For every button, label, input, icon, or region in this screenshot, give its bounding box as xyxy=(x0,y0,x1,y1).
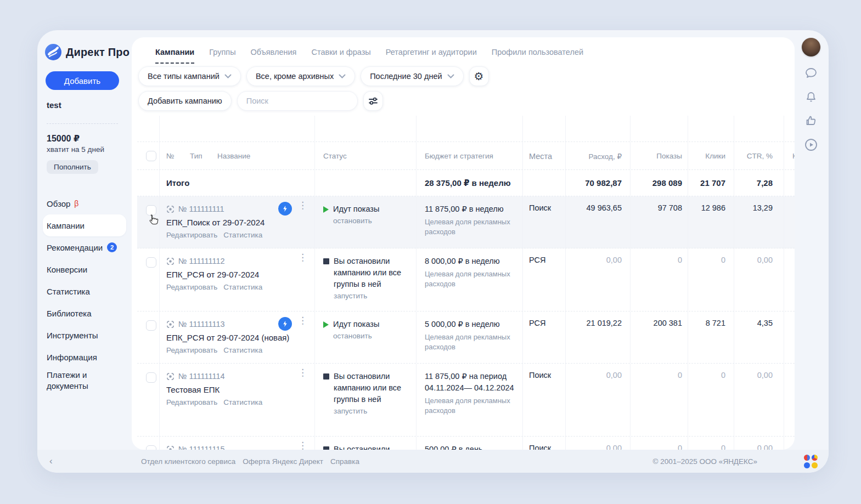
campaign-type-icon xyxy=(166,372,175,381)
col-header-number[interactable]: № xyxy=(166,152,174,160)
sidebar-item-label: Инструменты xyxy=(47,331,98,340)
sidebar-item-6[interactable]: Инструменты xyxy=(37,324,132,346)
statistics-link[interactable]: Статистика xyxy=(223,231,262,239)
places-value: Поиск xyxy=(522,196,565,248)
col-header-ctr[interactable]: CTR, % xyxy=(734,142,784,169)
row-menu-button[interactable]: ⋮ xyxy=(298,253,306,262)
filter-options-button[interactable] xyxy=(363,91,383,111)
sidebar-item-0[interactable]: Обзорβ xyxy=(37,192,132,214)
row-menu-button[interactable]: ⋮ xyxy=(298,316,306,325)
sidebar-item-1[interactable]: Кампании xyxy=(43,214,126,236)
actions-row: Добавить кампанию xyxy=(138,91,383,111)
sidebar-item-7[interactable]: Информация xyxy=(37,346,132,368)
sidebar-item-4[interactable]: Статистика xyxy=(37,280,132,302)
campaign-name[interactable]: ЕПК_РСЯ от 29-07-2024 (новая) xyxy=(166,332,308,343)
totals-cost: 70 982,87 xyxy=(565,170,630,196)
tab-4[interactable]: Ретаргетинг и аудитории xyxy=(386,48,477,64)
tab-3[interactable]: Ставки и фразы xyxy=(311,48,370,64)
autopilot-badge[interactable] xyxy=(278,202,292,216)
statistics-link[interactable]: Статистика xyxy=(223,283,262,291)
video-help-button[interactable] xyxy=(802,136,820,154)
shows-value: 0 xyxy=(630,248,688,311)
cost-value: 21 019,22 xyxy=(565,312,630,363)
col-header-shows[interactable]: Показы xyxy=(630,142,688,169)
date-range-filter[interactable]: Последние 30 дней xyxy=(361,66,463,86)
ctr-value: 4,35 xyxy=(734,312,784,363)
table-row: № 111111112 ЕПК_РСЯ от 29-07-2024 Редакт… xyxy=(137,248,795,312)
archive-filter[interactable]: Все, кроме архивных xyxy=(246,66,355,86)
add-campaign-button[interactable]: Добавить кампанию xyxy=(138,91,232,111)
footer-link-1[interactable]: Оферта Яндекс Директ xyxy=(243,457,323,466)
cost-value: 49 963,65 xyxy=(565,196,630,248)
autopilot-badge[interactable] xyxy=(278,317,292,331)
shows-value: 0 xyxy=(630,364,688,436)
sidebar-item-label: Обзор xyxy=(47,199,70,208)
col-header-conversions[interactable]: Конверсии xyxy=(784,142,795,169)
campaign-name[interactable]: ЕПК_РСЯ от 29-07-2024 xyxy=(166,269,308,280)
sidebar-item-5[interactable]: Библиотека xyxy=(37,302,132,324)
statistics-link[interactable]: Статистика xyxy=(223,398,262,406)
sidebar-item-3[interactable]: Конверсии xyxy=(37,258,132,280)
sidebar-menu: ОбзорβКампанииРекомендации2КонверсииСтат… xyxy=(37,192,132,397)
col-header-cost[interactable]: Расход, ₽ xyxy=(565,142,630,169)
footer-link-0[interactable]: Отдел клиентского сервиса xyxy=(141,457,235,466)
statistics-link[interactable]: Статистика xyxy=(223,346,262,354)
feedback-button[interactable] xyxy=(802,112,820,129)
col-header-places[interactable]: Места xyxy=(522,142,565,169)
edit-link[interactable]: Редактировать xyxy=(166,346,217,354)
col-header-clicks[interactable]: Клики xyxy=(688,142,734,169)
sidebar-item-2[interactable]: Рекомендации2 xyxy=(37,236,132,258)
row-checkbox[interactable] xyxy=(146,372,156,383)
conversions-value xyxy=(784,196,795,248)
row-menu-button[interactable]: ⋮ xyxy=(298,441,306,450)
status-action-link[interactable]: остановить xyxy=(333,332,379,340)
row-menu-button[interactable]: ⋮ xyxy=(298,201,306,210)
places-value: Поиск xyxy=(522,437,565,450)
tab-0[interactable]: Кампании xyxy=(155,48,194,64)
account-name: test xyxy=(47,100,61,110)
row-checkbox[interactable] xyxy=(146,257,156,268)
row-menu-button[interactable]: ⋮ xyxy=(298,368,306,377)
totals-clicks: 21 707 xyxy=(688,170,734,196)
campaign-number: № 111111115 xyxy=(178,445,225,450)
col-header-type[interactable]: Тип xyxy=(190,152,202,160)
campaign-type-filter[interactable]: Все типы кампаний xyxy=(138,66,241,86)
status-action-link[interactable]: запустить xyxy=(334,407,410,415)
campaign-name[interactable]: Тестовая ЕПК xyxy=(166,384,308,395)
select-all-checkbox[interactable] xyxy=(146,151,156,161)
campaign-number: № 111111114 xyxy=(178,372,225,381)
topup-button[interactable]: Пополнить xyxy=(47,160,98,174)
col-header-budget[interactable]: Бюджет и стратегия xyxy=(416,142,522,169)
conversions-value xyxy=(784,364,795,436)
chat-button[interactable] xyxy=(802,64,820,82)
campaign-name[interactable]: ЕПК_Поиск от 29-07-2024 xyxy=(166,217,308,228)
budget-strategy: Целевая доля рекламных расходов xyxy=(425,217,515,237)
table-header: № Тип Название Статус Бюджет и стратегия… xyxy=(137,142,795,170)
direct-pro-logo-icon xyxy=(45,44,61,60)
row-checkbox[interactable] xyxy=(146,320,156,331)
tab-1[interactable]: Группы xyxy=(209,48,235,64)
row-checkbox[interactable] xyxy=(146,445,156,450)
add-button[interactable]: Добавить xyxy=(46,71,119,90)
search-input[interactable] xyxy=(237,91,358,111)
edit-link[interactable]: Редактировать xyxy=(166,283,217,291)
lightning-icon xyxy=(282,205,289,212)
settings-button[interactable]: ⚙ xyxy=(469,66,489,86)
sidebar-item-label: Конверсии xyxy=(47,265,87,274)
status-action-link[interactable]: остановить xyxy=(333,217,379,225)
campaign-type-filter-label: Все типы кампаний xyxy=(148,72,220,81)
tab-2[interactable]: Объявления xyxy=(251,48,297,64)
collapse-sidebar-button[interactable]: ‹ xyxy=(49,456,53,467)
yandex-services-icons[interactable] xyxy=(804,455,818,468)
col-header-name[interactable]: Название xyxy=(217,152,250,160)
edit-link[interactable]: Редактировать xyxy=(166,231,217,239)
col-header-status[interactable]: Статус xyxy=(314,142,416,169)
tab-5[interactable]: Профили пользователей xyxy=(492,48,583,64)
user-avatar[interactable] xyxy=(802,38,820,56)
status-action-link[interactable]: запустить xyxy=(334,292,410,300)
edit-link[interactable]: Редактировать xyxy=(166,398,217,406)
footer-link-2[interactable]: Справка xyxy=(330,457,359,466)
sidebar-item-8[interactable]: Платежи и документы xyxy=(37,368,103,397)
main-panel: КампанииГруппыОбъявленияСтавки и фразыРе… xyxy=(132,37,795,450)
notifications-button[interactable] xyxy=(802,88,820,106)
